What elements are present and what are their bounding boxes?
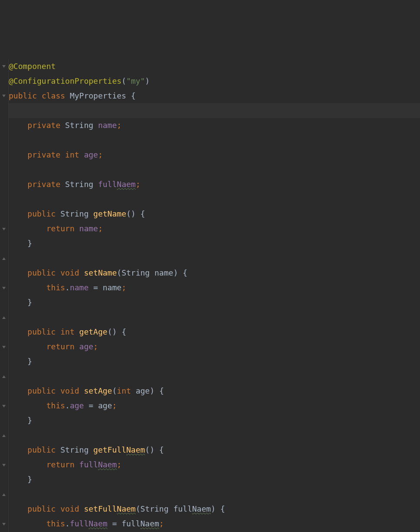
fold-up-icon[interactable]	[2, 433, 6, 438]
code-line: private String name;	[9, 118, 420, 133]
code-line: }	[9, 295, 420, 310]
fold-down-icon[interactable]	[2, 227, 6, 231]
code-line: public class MyProperties {	[9, 89, 420, 103]
code-line: }	[9, 472, 420, 487]
code-line	[9, 310, 420, 325]
code-line	[9, 487, 420, 502]
fold-down-icon[interactable]	[2, 522, 6, 526]
fold-down-icon[interactable]	[2, 286, 6, 290]
code-line	[9, 251, 420, 266]
fold-down-icon[interactable]	[2, 404, 6, 408]
code-line: public int getAge() {	[9, 325, 420, 339]
code-line: public void setAge(int age) {	[9, 384, 420, 398]
code-line: @ConfigurationProperties("my")	[9, 74, 420, 89]
code-line: return name;	[9, 221, 420, 236]
code-line: public void setName(String name) {	[9, 266, 420, 280]
caret-line	[9, 103, 420, 118]
code-line: private String fullNaem;	[9, 177, 420, 192]
code-line: @Component	[9, 59, 420, 74]
fold-down-icon[interactable]	[2, 345, 6, 349]
gutter	[0, 59, 9, 532]
fold-up-icon[interactable]	[2, 374, 6, 379]
code-line: }	[9, 236, 420, 251]
code-line	[9, 192, 420, 207]
code-line: public void setFullNaem(String fullNaem)…	[9, 502, 420, 516]
code-editor[interactable]: @Component@ConfigurationProperties("my")…	[0, 59, 420, 532]
fold-down-icon[interactable]	[2, 94, 6, 98]
code-line	[9, 369, 420, 384]
code-line: return fullNaem;	[9, 457, 420, 472]
code-line	[9, 428, 420, 443]
code-line: return age;	[9, 339, 420, 354]
code-line: public String getName() {	[9, 207, 420, 221]
fold-down-icon[interactable]	[2, 463, 6, 467]
code-line: this.fullNaem = fullNaem;	[9, 516, 420, 531]
fold-down-icon[interactable]	[2, 64, 6, 69]
code-line: public String getFullNaem() {	[9, 443, 420, 457]
code-line: }	[9, 354, 420, 369]
fold-up-icon[interactable]	[2, 493, 6, 497]
code-line: this.age = age;	[9, 398, 420, 413]
code-area[interactable]: @Component@ConfigurationProperties("my")…	[9, 59, 420, 532]
code-line: private int age;	[9, 148, 420, 162]
code-line	[9, 133, 420, 148]
code-line: this.name = name;	[9, 280, 420, 295]
code-line: }	[9, 413, 420, 428]
fold-up-icon[interactable]	[2, 315, 6, 320]
fold-up-icon[interactable]	[2, 256, 6, 261]
code-line	[9, 162, 420, 177]
